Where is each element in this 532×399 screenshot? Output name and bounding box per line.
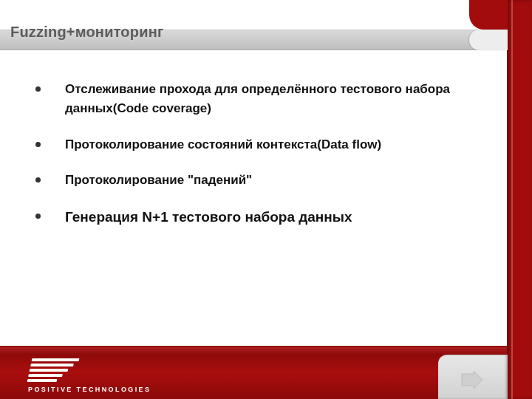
bullet-list: Отслеживание прохода для определённого т…	[30, 80, 477, 228]
header-corner-accent	[469, 0, 508, 30]
content-area: Отслеживание прохода для определённого т…	[0, 66, 507, 346]
list-item: Отслеживание прохода для определённого т…	[30, 80, 477, 119]
footer-gray-panel	[438, 355, 508, 399]
next-arrow-icon	[460, 371, 482, 392]
list-item-text: Генерация N+1 тестового набора данных	[65, 209, 352, 225]
right-accent-band	[507, 0, 532, 399]
slide-title: Fuzzing+мониторинг	[10, 24, 164, 41]
title-bar-cap	[469, 30, 508, 50]
list-item: Протоколирование "падений"	[30, 171, 477, 190]
list-item: Генерация N+1 тестового набора данных	[30, 206, 477, 228]
brand-logo: POSITIVE TECHNOLOGIES	[28, 358, 151, 393]
slide: Fuzzing+мониторинг Отслеживание прохода …	[0, 0, 532, 399]
list-item: Протоколирование состояний контекста(Dat…	[30, 135, 477, 154]
brand-logo-mark	[27, 358, 80, 382]
brand-logo-text: POSITIVE TECHNOLOGIES	[28, 386, 151, 393]
footer-main: POSITIVE TECHNOLOGIES	[0, 355, 507, 399]
svg-marker-0	[462, 371, 482, 389]
footer-stripe	[0, 346, 507, 355]
header: Fuzzing+мониторинг	[0, 0, 507, 52]
footer: POSITIVE TECHNOLOGIES	[0, 346, 507, 399]
